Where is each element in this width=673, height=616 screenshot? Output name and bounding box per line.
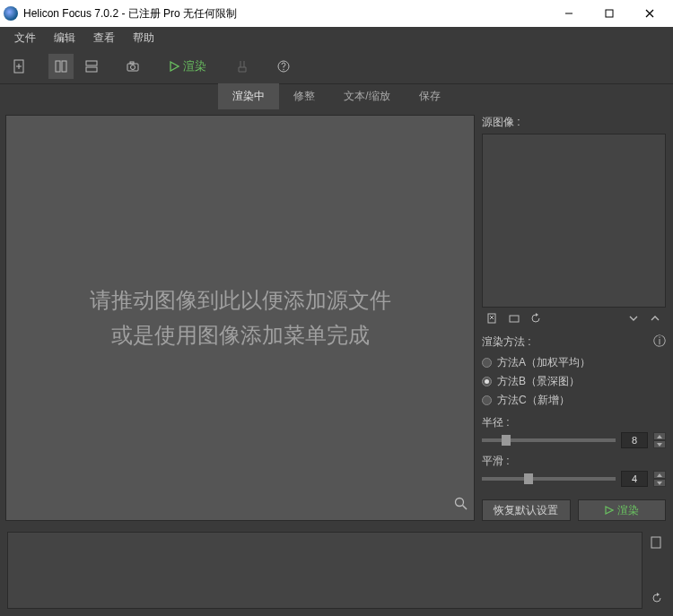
method-b-radio[interactable]: 方法B（景深图）	[482, 372, 666, 391]
menu-view[interactable]: 查看	[84, 27, 124, 49]
layout-stack-button[interactable]	[79, 54, 104, 79]
smooth-slider[interactable]	[482, 477, 616, 481]
main-toolbar: 渲染	[0, 48, 673, 84]
radius-value[interactable]: 8	[621, 432, 648, 448]
source-images-list[interactable]	[482, 134, 666, 308]
radius-label: 半径 :	[482, 415, 666, 430]
svg-rect-10	[86, 67, 97, 72]
collapse-up-icon[interactable]	[648, 311, 662, 325]
method-a-radio[interactable]: 方法A（加权平均）	[482, 353, 666, 372]
remove-image-icon[interactable]	[485, 311, 500, 325]
tab-rendering[interactable]: 渲染中	[218, 83, 279, 109]
radius-down-button[interactable]	[653, 440, 666, 448]
smooth-label: 平滑 :	[482, 454, 666, 469]
window-title: Helicon Focus 7.0.2 - 已注册 Pro 无任何限制	[23, 6, 548, 22]
layout-split-button[interactable]	[48, 54, 74, 79]
method-help-icon[interactable]: ⓘ	[653, 334, 666, 350]
close-button[interactable]	[629, 1, 669, 26]
workspace: 请推动图像到此以便添加源文件 或是使用图像添加菜单完成 源图像 : 渲染方法 :…	[0, 109, 673, 526]
help-toolbar-button[interactable]	[271, 54, 296, 79]
tab-retouch[interactable]: 修整	[279, 83, 329, 109]
drop-hint: 请推动图像到此以便添加源文件 或是使用图像添加菜单完成	[90, 283, 391, 352]
smooth-value[interactable]: 4	[621, 471, 648, 487]
menu-help[interactable]: 帮助	[124, 27, 163, 49]
output-panel	[0, 526, 673, 616]
svg-line-17	[463, 506, 468, 510]
menu-edit[interactable]: 编辑	[45, 27, 84, 49]
svg-rect-1	[606, 10, 613, 17]
svg-rect-7	[56, 61, 60, 72]
svg-point-12	[131, 65, 135, 69]
svg-point-15	[283, 68, 284, 69]
source-images-label: 源图像 :	[482, 115, 666, 130]
app-icon	[4, 6, 18, 21]
render-settings: 渲染方法 : ⓘ 方法A（加权平均） 方法B（景深图） 方法C（新增） 半径 :…	[482, 334, 666, 521]
output-thumbnails[interactable]	[7, 532, 642, 609]
render-label: 渲染	[183, 58, 206, 74]
tab-text-scale[interactable]: 文本/缩放	[329, 83, 404, 109]
svg-rect-8	[62, 61, 66, 72]
render-button[interactable]: 渲染	[578, 499, 667, 521]
svg-rect-21	[510, 316, 519, 322]
render-method-label: 渲染方法 :	[482, 334, 531, 350]
output-refresh-icon[interactable]	[650, 591, 664, 605]
method-c-radio[interactable]: 方法C（新增）	[482, 391, 666, 410]
add-image-button[interactable]	[7, 54, 32, 79]
tab-bar: 渲染中 修整 文本/缩放 保存	[0, 84, 673, 109]
method-b-label: 方法B（景深图）	[497, 374, 580, 389]
tab-save[interactable]: 保存	[405, 83, 455, 109]
smooth-down-button[interactable]	[653, 479, 666, 487]
refresh-icon[interactable]	[529, 311, 543, 325]
menu-bar: 文件 编辑 查看 帮助	[0, 27, 673, 48]
drop-hint-line1: 请推动图像到此以便添加源文件	[90, 283, 391, 317]
render-toolbar-button[interactable]: 渲染	[162, 54, 214, 79]
open-folder-icon[interactable]	[507, 311, 521, 325]
minimize-button[interactable]	[548, 1, 589, 26]
svg-rect-22	[651, 537, 660, 548]
maximize-button[interactable]	[589, 1, 629, 26]
share-button[interactable]	[230, 54, 255, 79]
camera-button[interactable]	[120, 54, 145, 79]
collapse-down-icon[interactable]	[626, 311, 641, 325]
zoom-icon[interactable]	[454, 497, 468, 515]
method-a-label: 方法A（加权平均）	[497, 355, 590, 370]
canvas-drop-area[interactable]: 请推动图像到此以便添加源文件 或是使用图像添加菜单完成	[5, 115, 475, 521]
window-titlebar: Helicon Focus 7.0.2 - 已注册 Pro 无任何限制	[0, 0, 673, 27]
radius-slider[interactable]	[482, 438, 616, 442]
output-save-icon[interactable]	[650, 535, 664, 550]
smooth-up-button[interactable]	[653, 471, 666, 479]
side-panel: 源图像 : 渲染方法 : ⓘ 方法A（加权平均） 方法B（景深图） 方法C（新增…	[480, 109, 673, 526]
source-toolbar	[482, 308, 666, 328]
menu-file[interactable]: 文件	[5, 27, 45, 49]
svg-rect-18	[488, 314, 495, 323]
reset-defaults-button[interactable]: 恢复默认设置	[482, 499, 571, 521]
drop-hint-line2: 或是使用图像添加菜单完成	[90, 318, 391, 352]
radius-up-button[interactable]	[653, 432, 666, 440]
method-c-label: 方法C（新增）	[497, 393, 570, 408]
svg-rect-13	[130, 62, 134, 64]
svg-rect-9	[86, 61, 97, 65]
svg-point-16	[456, 499, 464, 507]
